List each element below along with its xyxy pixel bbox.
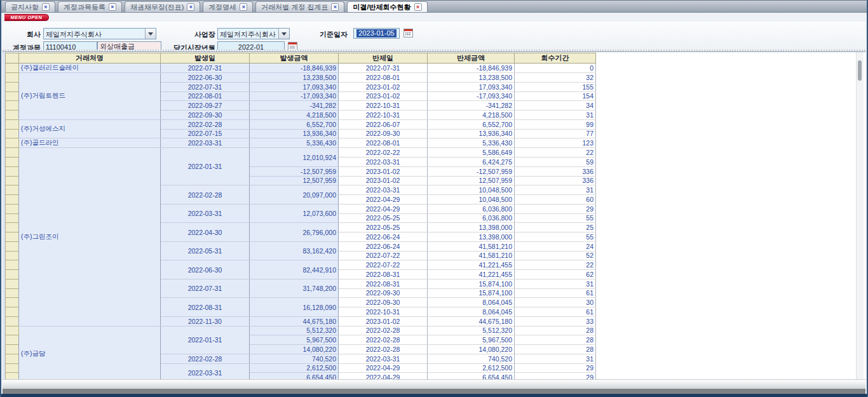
collect-days-cell[interactable]: 31 xyxy=(515,279,596,288)
row-selector[interactable] xyxy=(6,64,19,73)
row-selector[interactable] xyxy=(6,279,19,288)
occur-amount-cell[interactable]: 12,073,600 xyxy=(250,204,339,223)
row-selector[interactable] xyxy=(6,260,19,270)
row-selector[interactable] xyxy=(6,270,19,279)
close-icon[interactable]: × xyxy=(414,3,422,11)
settle-amount-cell[interactable]: 17,093,340 xyxy=(428,82,515,91)
row-selector[interactable] xyxy=(6,241,19,251)
row-selector[interactable] xyxy=(6,158,19,167)
settle-amount-cell[interactable]: 14,080,220 xyxy=(428,345,515,354)
occur-date-cell[interactable]: 2022-11-30 xyxy=(161,316,250,326)
collect-days-cell[interactable]: 25 xyxy=(515,223,596,232)
settle-amount-cell[interactable]: 41,581,210 xyxy=(428,251,515,260)
collect-days-cell[interactable]: 336 xyxy=(515,176,596,185)
occur-date-cell[interactable]: 2022-02-28 xyxy=(161,185,250,205)
occur-date-cell[interactable]: 2022-04-30 xyxy=(161,223,250,242)
row-selector[interactable] xyxy=(6,195,19,205)
occur-date-cell[interactable]: 2022-06-30 xyxy=(161,260,250,279)
settle-amount-cell[interactable]: -341,282 xyxy=(428,101,515,111)
collect-days-cell[interactable]: 28 xyxy=(515,345,596,354)
settle-date-cell[interactable]: 2022-04-29 xyxy=(339,363,428,373)
settle-amount-cell[interactable]: 5,586,649 xyxy=(428,148,515,158)
collect-days-cell[interactable]: 55 xyxy=(515,213,596,223)
collect-days-cell[interactable]: 336 xyxy=(515,166,596,176)
customer-cell[interactable]: (주)거림트렌드 xyxy=(19,73,161,120)
settle-amount-cell[interactable]: 4,218,500 xyxy=(428,111,515,120)
occur-amount-cell[interactable]: 5,336,430 xyxy=(250,138,339,148)
dropdown-arrow-icon[interactable] xyxy=(145,29,156,39)
settle-amount-cell[interactable]: 13,936,340 xyxy=(428,129,515,138)
occur-date-cell[interactable]: 2022-08-01 xyxy=(161,91,250,101)
company-select[interactable]: 제일저지주식회사 xyxy=(43,28,156,39)
collect-days-cell[interactable]: 31 xyxy=(515,111,596,120)
collect-days-cell[interactable]: 32 xyxy=(515,73,596,83)
column-header[interactable]: 회수기간 xyxy=(515,53,596,64)
settle-date-cell[interactable]: 2022-06-24 xyxy=(339,232,428,242)
settle-amount-cell[interactable]: -12,507,959 xyxy=(428,166,515,176)
settle-date-cell[interactable]: 2022-02-28 xyxy=(339,335,428,345)
settle-date-cell[interactable]: 2023-01-02 xyxy=(339,91,428,101)
settle-amount-cell[interactable]: 8,064,045 xyxy=(428,307,515,317)
collect-days-cell[interactable]: 30 xyxy=(515,298,596,307)
settle-amount-cell[interactable]: 5,967,500 xyxy=(428,335,515,345)
close-icon[interactable]: × xyxy=(240,3,247,11)
collect-days-cell[interactable]: 77 xyxy=(515,129,596,138)
occur-amount-cell[interactable]: 31,748,200 xyxy=(250,279,339,298)
collect-days-cell[interactable]: 28 xyxy=(515,326,596,335)
collect-days-cell[interactable]: 155 xyxy=(515,82,596,91)
row-selector[interactable] xyxy=(6,354,19,363)
occur-amount-cell[interactable]: 16,128,090 xyxy=(250,298,339,317)
collect-days-cell[interactable]: 33 xyxy=(515,316,596,326)
occur-amount-cell[interactable]: 12,010,924 xyxy=(250,148,339,167)
settle-amount-cell[interactable]: 13,398,000 xyxy=(428,223,515,232)
occur-amount-cell[interactable]: -12,507,959 xyxy=(250,166,339,176)
column-header[interactable]: 발생금액 xyxy=(250,53,339,64)
occur-date-cell[interactable]: 2022-03-31 xyxy=(161,204,250,223)
occur-date-cell[interactable]: 2022-07-31 xyxy=(161,82,250,91)
settle-date-cell[interactable]: 2022-08-31 xyxy=(339,270,428,279)
collect-days-cell[interactable]: 154 xyxy=(515,91,596,101)
row-selector[interactable] xyxy=(6,166,19,176)
occur-date-cell[interactable]: 2022-03-31 xyxy=(161,138,250,148)
settle-date-cell[interactable]: 2023-01-02 xyxy=(339,316,428,326)
settle-amount-cell[interactable]: 13,398,000 xyxy=(428,232,515,242)
customer-cell[interactable]: (주)골드라인 xyxy=(19,138,161,148)
occur-amount-cell[interactable]: 5,512,320 xyxy=(250,326,339,335)
row-selector[interactable] xyxy=(6,316,19,326)
row-selector[interactable] xyxy=(6,73,19,83)
close-icon[interactable]: × xyxy=(331,3,339,11)
settle-date-cell[interactable]: 2022-09-30 xyxy=(339,298,428,307)
settle-amount-cell[interactable]: 10,048,500 xyxy=(428,195,515,205)
occur-amount-cell[interactable]: 26,796,000 xyxy=(250,223,339,242)
settle-amount-cell[interactable]: 41,221,455 xyxy=(428,260,515,270)
settle-amount-cell[interactable]: 44,675,180 xyxy=(428,316,515,326)
collect-days-cell[interactable]: 62 xyxy=(515,270,596,279)
collect-days-cell[interactable]: 28 xyxy=(515,335,596,345)
occur-amount-cell[interactable]: 83,162,420 xyxy=(250,241,339,260)
menu-open-button[interactable]: MENU OPEN xyxy=(4,14,49,21)
occur-amount-cell[interactable]: -341,282 xyxy=(250,101,339,111)
tab[interactable]: 계정명세× xyxy=(203,1,253,12)
row-selector[interactable] xyxy=(6,129,19,138)
column-header[interactable]: 반제일 xyxy=(339,53,428,64)
occur-amount-cell[interactable]: 14,080,220 xyxy=(250,345,339,354)
tab[interactable]: 공지사항× xyxy=(5,1,55,12)
settle-date-cell[interactable]: 2022-08-01 xyxy=(339,73,428,83)
settle-amount-cell[interactable]: 6,036,800 xyxy=(428,204,515,213)
occur-amount-cell[interactable]: 4,218,500 xyxy=(250,111,339,120)
occur-amount-cell[interactable]: 13,936,340 xyxy=(250,129,339,138)
row-selector[interactable] xyxy=(6,232,19,242)
settle-amount-cell[interactable]: 5,512,320 xyxy=(428,326,515,335)
collect-days-cell[interactable]: 99 xyxy=(515,119,596,129)
row-selector[interactable] xyxy=(6,101,19,111)
collect-days-cell[interactable]: 55 xyxy=(515,232,596,242)
occur-amount-cell[interactable]: 13,238,500 xyxy=(250,73,339,83)
collect-days-cell[interactable]: 61 xyxy=(515,288,596,298)
row-selector[interactable] xyxy=(6,363,19,373)
row-selector[interactable] xyxy=(6,213,19,223)
v-scrollbar[interactable] xyxy=(856,52,864,380)
settle-amount-cell[interactable]: 8,064,045 xyxy=(428,298,515,307)
settle-date-cell[interactable]: 2022-08-01 xyxy=(339,138,428,148)
row-selector[interactable] xyxy=(6,288,19,298)
collect-days-cell[interactable]: 31 xyxy=(515,185,596,195)
